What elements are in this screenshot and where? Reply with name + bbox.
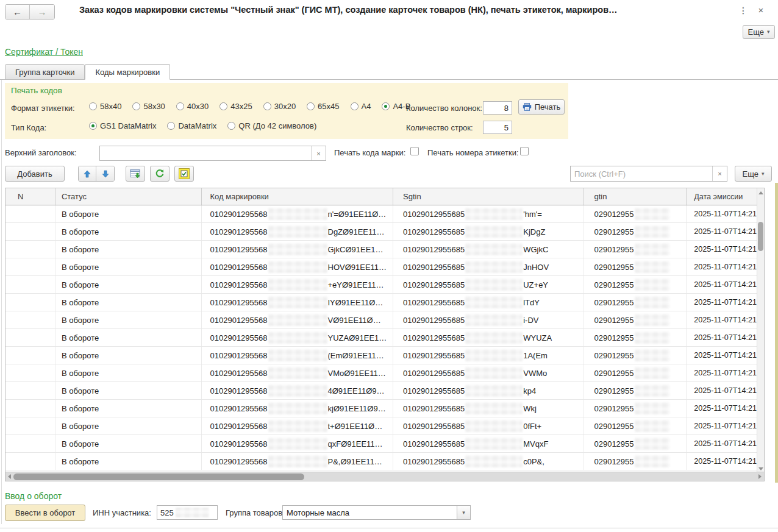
dropdown-button[interactable]: ▾ xyxy=(457,506,470,519)
cell-status: В обороте xyxy=(55,453,202,470)
redacted-blur xyxy=(268,296,327,308)
chevron-down-icon: ▾ xyxy=(767,29,770,35)
cell-status: В обороте xyxy=(55,400,202,417)
code-prefix: 0102901295568 xyxy=(210,263,268,272)
add-button[interactable]: Добавить xyxy=(5,166,65,182)
columns-count-input[interactable] xyxy=(483,101,512,115)
horizontal-scroll-thumb[interactable] xyxy=(13,473,304,480)
search-input[interactable] xyxy=(571,169,712,179)
table-row[interactable]: В обороте 0102901295568YUZAØ91EE1… 01029… xyxy=(5,329,764,347)
redacted-blur xyxy=(268,225,327,238)
code-suffix: t+Ø91EE11Ø… xyxy=(328,422,383,431)
column-header-code[interactable]: Код маркировки xyxy=(202,188,393,205)
print-button[interactable]: Печать xyxy=(518,99,565,115)
redacted-blur xyxy=(268,385,327,397)
redacted-blur xyxy=(268,455,327,467)
product-group-select[interactable]: Моторные масла ▾ xyxy=(282,505,471,520)
sgtin-suffix: 0fFt+ xyxy=(523,422,541,431)
code-prefix: 0102901295568 xyxy=(210,351,268,360)
gtin-prefix: 029012955 xyxy=(594,210,633,219)
move-up-button[interactable] xyxy=(79,166,96,181)
redacted-blur xyxy=(465,261,523,273)
codetype-radio-qr[interactable]: QR (До 42 символов) xyxy=(227,121,316,130)
clear-icon[interactable]: × xyxy=(311,146,326,160)
print-mark-code-checkbox[interactable] xyxy=(410,147,419,155)
format-radio-30x20[interactable]: 30x20 xyxy=(263,102,296,111)
table-row[interactable]: В обороте 0102901295568P&,Ø91EE11… 01029… xyxy=(5,453,764,470)
table-row[interactable]: В обороте 0102901295568GjkCØ91EE1… 01029… xyxy=(5,241,764,258)
check-codes-button[interactable] xyxy=(174,166,194,182)
code-suffix: +eYØ91EE11… xyxy=(328,280,384,289)
format-radio-43x25[interactable]: 43x25 xyxy=(219,102,252,111)
cell-status: В обороте xyxy=(55,223,202,240)
table-row[interactable]: В обороте 0102901295568DgZØ91EE11… 01029… xyxy=(5,223,764,241)
back-button[interactable]: ← xyxy=(5,5,30,19)
rows-count-input[interactable] xyxy=(483,121,512,134)
print-label-number-checkbox[interactable] xyxy=(520,147,529,155)
move-down-button[interactable] xyxy=(96,166,114,181)
table-row[interactable]: В обороте 01029012955684Ø91EE11Ø9… 01029… xyxy=(5,382,764,400)
enter-circulation-button[interactable]: Ввести в оборот xyxy=(5,505,85,521)
print-mark-code-label: Печать кода марки: xyxy=(334,148,405,157)
menu-dots-icon[interactable]: ⋮ xyxy=(738,4,748,16)
format-radio-a4[interactable]: A4 xyxy=(351,102,371,111)
horizontal-scrollbar[interactable] xyxy=(5,472,764,481)
forward-button[interactable]: → xyxy=(30,5,54,19)
gtin-prefix: 029012955 xyxy=(594,404,633,413)
redacted-blur xyxy=(635,455,669,467)
radio-icon xyxy=(227,122,235,130)
codetype-radio-gs1[interactable]: GS1 DataMatrix xyxy=(89,121,156,130)
output-list-button[interactable] xyxy=(126,166,145,182)
format-radio-40x30[interactable]: 40x30 xyxy=(176,102,209,111)
cell-n xyxy=(5,347,55,364)
redacted-blur xyxy=(465,314,523,326)
redacted-blur xyxy=(268,278,327,291)
column-header-gtin[interactable]: gtin xyxy=(584,188,687,205)
cell-status: В обороте xyxy=(55,311,202,328)
format-radio-65x45[interactable]: 65x45 xyxy=(307,102,339,111)
radio-icon xyxy=(132,102,140,110)
cell-gtin: 029012955 xyxy=(584,329,687,346)
print-button-label: Печать xyxy=(535,102,561,112)
tab-marking-codes[interactable]: Коды маркировки xyxy=(85,64,170,80)
table-row[interactable]: В обороте 0102901295568IYØ91EE11Ø… 01029… xyxy=(5,294,764,311)
codetype-radio-datamatrix[interactable]: DataMatrix xyxy=(167,121,216,130)
tab-group-card[interactable]: Группа карточки xyxy=(5,64,85,80)
cell-emission-date: 2025-11-07T14:21:55 xyxy=(687,223,764,240)
table-row[interactable]: В обороте 0102901295568VØ91EE11Ø… 010290… xyxy=(5,311,764,329)
redacted-blur xyxy=(465,455,523,467)
table-row[interactable]: В обороте 0102901295568VMoØ91EE11… 01029… xyxy=(5,364,764,382)
inn-input[interactable]: 525 xyxy=(157,505,218,520)
window-more-button[interactable]: Еще▾ xyxy=(743,25,775,39)
vertical-scrollbar[interactable] xyxy=(757,188,764,473)
table-row[interactable]: В обороте 0102901295568HOVØ91EE11… 01029… xyxy=(5,258,764,276)
column-header-n[interactable]: N xyxy=(5,188,55,205)
cell-status: В обороте xyxy=(55,241,202,258)
column-header-sgtin[interactable]: Sgtin xyxy=(393,188,584,205)
table-row[interactable]: В обороте 0102901295568+eYØ91EE11… 01029… xyxy=(5,276,764,294)
refresh-button[interactable] xyxy=(150,166,170,182)
format-radio-58x40[interactable]: 58x40 xyxy=(89,102,121,111)
column-header-date[interactable]: Дата эмиссии xyxy=(687,188,764,205)
search-clear-icon[interactable]: × xyxy=(712,166,727,181)
cell-gtin: 029012955 xyxy=(584,435,687,452)
cell-n xyxy=(5,276,55,293)
scroll-up-arrow[interactable] xyxy=(757,188,765,197)
cell-emission-date: 2025-11-07T14:21:55 xyxy=(687,400,764,417)
vertical-scroll-thumb[interactable] xyxy=(758,222,763,251)
certificate-token-link[interactable]: Сертификат / Токен xyxy=(5,47,83,57)
table-row[interactable]: В обороте 0102901295568qxFØ91EE11… 01029… xyxy=(5,435,764,453)
scroll-left-arrow[interactable] xyxy=(5,472,13,481)
table-row[interactable]: В обороте 0102901295568kjØ91EE11Ø9… 0102… xyxy=(5,400,764,417)
tab-page-border xyxy=(1,80,2,524)
column-header-status[interactable]: Статус xyxy=(55,188,202,205)
close-icon[interactable]: × xyxy=(755,4,766,16)
table-row[interactable]: В обороте 0102901295568n'=Ø91EE11Ø… 0102… xyxy=(5,205,764,223)
table-more-button[interactable]: Еще▾ xyxy=(735,166,772,182)
format-radio-58x30[interactable]: 58x30 xyxy=(132,102,165,111)
cell-n xyxy=(5,417,55,434)
top-header-input[interactable] xyxy=(100,149,311,158)
table-row[interactable]: В обороте 0102901295568t+Ø91EE11Ø… 01029… xyxy=(5,417,764,435)
scroll-right-arrow[interactable] xyxy=(756,472,764,481)
table-row[interactable]: В обороте 0102901295568(EmØ91EE11… 01029… xyxy=(5,347,764,364)
